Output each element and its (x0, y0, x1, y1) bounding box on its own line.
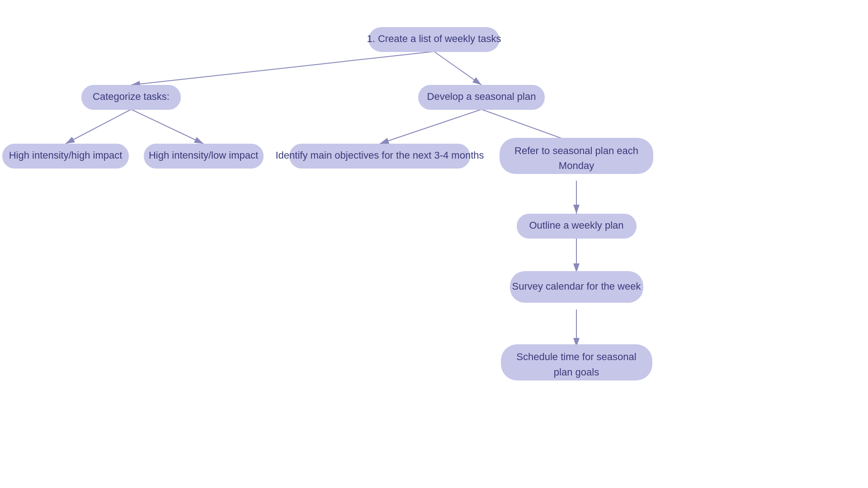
refer-node-label2: Monday (559, 160, 594, 171)
outline-node-label: Outline a weekly plan (529, 220, 623, 231)
schedule-node-label: Schedule time for seasonal (516, 351, 636, 362)
connector-develop-identify (380, 109, 481, 144)
connector-root-develop (434, 52, 481, 85)
identify-node-label: Identify main objectives for the next 3-… (275, 150, 484, 161)
survey-node-label: Survey calendar for the week (512, 281, 642, 292)
high-impact-node-label: High intensity/high impact (9, 150, 123, 161)
connector-categorize-low-impact (131, 109, 203, 144)
low-impact-node-label: High intensity/low impact (149, 150, 258, 161)
categorize-node-label: Categorize tasks: (93, 91, 170, 102)
flowchart-diagram: 1. Create a list of weekly tasks Categor… (0, 0, 868, 488)
schedule-node-label2: plan goals (554, 366, 599, 378)
develop-node-label: Develop a seasonal plan (427, 91, 536, 102)
root-node-label: 1. Create a list of weekly tasks (367, 33, 501, 44)
refer-node-label: Refer to seasonal plan each (514, 145, 638, 156)
connector-categorize-high-impact (66, 109, 131, 144)
connector-root-categorize (131, 52, 434, 85)
